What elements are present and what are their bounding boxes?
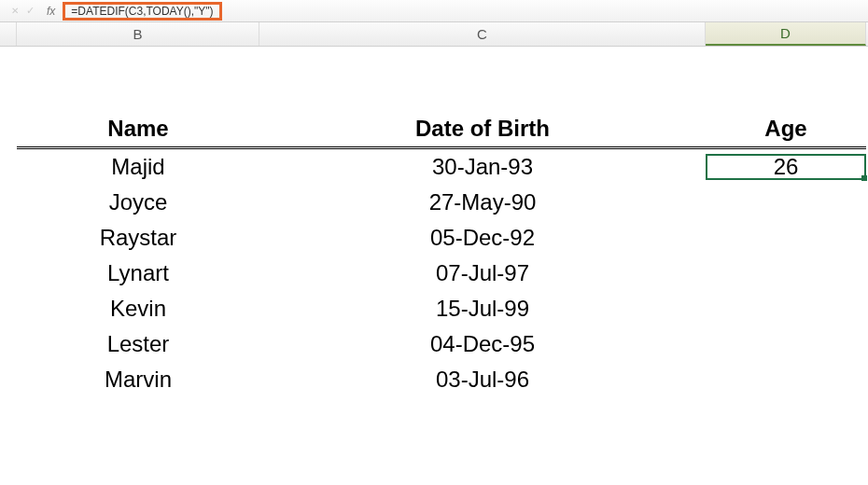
cell-age-value: 26 <box>774 154 799 179</box>
col-header-blank[interactable] <box>0 22 17 46</box>
table-row: Joyce 27-May-90 <box>17 185 866 220</box>
cell-name[interactable]: Joyce <box>17 189 259 215</box>
formula-bar: ✕ ✓ fx =DATEDIF(C3,TODAY(),"Y") <box>0 0 868 22</box>
cell-name[interactable]: Raystar <box>17 225 259 251</box>
accept-icon[interactable]: ✓ <box>22 5 37 17</box>
header-dob[interactable]: Date of Birth <box>259 116 706 142</box>
cell-dob[interactable]: 27-May-90 <box>259 189 706 215</box>
cell-dob[interactable]: 07-Jul-97 <box>259 260 706 286</box>
col-header-c[interactable]: C <box>259 22 706 46</box>
cell-name[interactable]: Lynart <box>17 260 259 286</box>
table-row: Kevin 15-Jul-99 <box>17 291 866 326</box>
formula-highlight-box: =DATEDIF(C3,TODAY(),"Y") <box>63 2 221 21</box>
formula-input[interactable]: =DATEDIF(C3,TODAY(),"Y") <box>71 5 213 18</box>
cell-dob[interactable]: 15-Jul-99 <box>259 296 706 322</box>
cell-name[interactable]: Majid <box>17 154 259 180</box>
table-row: Lester 04-Dec-95 <box>17 326 866 362</box>
cell-name[interactable]: Kevin <box>17 296 259 322</box>
column-headers: B C D <box>0 22 868 47</box>
cell-dob[interactable]: 30-Jan-93 <box>259 154 706 180</box>
table-row: Marvin 03-Jul-96 <box>17 362 866 397</box>
cell-name[interactable]: Marvin <box>17 367 259 393</box>
table-row: Lynart 07-Jul-97 <box>17 256 866 291</box>
col-header-d[interactable]: D <box>706 22 866 46</box>
cancel-icon[interactable]: ✕ <box>7 6 22 16</box>
cell-name[interactable]: Lester <box>17 331 259 357</box>
cell-dob[interactable]: 05-Dec-92 <box>259 225 706 251</box>
cell-dob[interactable]: 03-Jul-96 <box>259 367 706 393</box>
header-name[interactable]: Name <box>17 116 259 142</box>
cell-age-active[interactable]: 26 <box>706 154 866 180</box>
table-header-row: Name Date of Birth Age <box>17 110 866 149</box>
header-age[interactable]: Age <box>706 116 866 142</box>
table-row: Raystar 05-Dec-92 <box>17 220 866 256</box>
sheet-area: Name Date of Birth Age Majid 30-Jan-93 2… <box>0 47 868 397</box>
col-header-b[interactable]: B <box>17 22 259 46</box>
fill-handle[interactable] <box>861 175 867 181</box>
cell-dob[interactable]: 04-Dec-95 <box>259 331 706 357</box>
data-table: Name Date of Birth Age Majid 30-Jan-93 2… <box>17 110 866 397</box>
table-row: Majid 30-Jan-93 26 <box>17 149 866 185</box>
fx-label[interactable]: fx <box>47 5 55 18</box>
